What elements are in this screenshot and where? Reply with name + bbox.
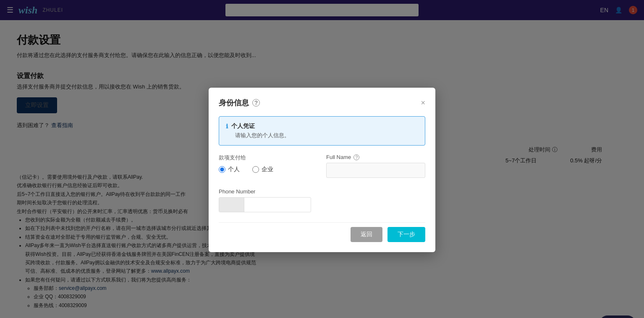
radio-individual-label: 个人 xyxy=(228,166,240,173)
radio-company-label: 企业 xyxy=(262,166,273,173)
radio-individual-input[interactable] xyxy=(219,166,225,173)
modal-header: 身份信息 ? × xyxy=(219,98,425,108)
info-banner-text: 请输入您的个人信息。 xyxy=(235,132,418,139)
identity-modal: 身份信息 ? × ℹ 个人凭证 请输入您的个人信息。 款项支付给 个人 xyxy=(209,88,435,252)
modal-overlay: 身份信息 ? × ℹ 个人凭证 请输入您的个人信息。 款项支付给 个人 xyxy=(0,0,644,318)
modal-close-button[interactable]: × xyxy=(421,99,425,107)
back-button[interactable]: 返回 xyxy=(351,227,382,242)
phone-input[interactable] xyxy=(244,202,311,208)
next-button[interactable]: 下一步 xyxy=(387,227,425,242)
phone-section: Phone Number xyxy=(219,188,425,212)
payment-to-label: 款项支付给 xyxy=(219,154,318,162)
phone-prefix xyxy=(219,198,244,212)
radio-individual[interactable]: 个人 xyxy=(219,166,240,173)
phone-label: Phone Number xyxy=(219,188,425,195)
info-banner: ℹ 个人凭证 请输入您的个人信息。 xyxy=(219,116,425,146)
info-icon: ℹ xyxy=(226,123,228,130)
full-name-help-icon[interactable]: ? xyxy=(353,154,359,160)
full-name-input[interactable] xyxy=(326,163,425,178)
modal-help-icon[interactable]: ? xyxy=(252,99,260,107)
radio-company-input[interactable] xyxy=(252,166,259,173)
modal-footer: 返回 下一步 xyxy=(219,222,425,242)
radio-group: 个人 企业 xyxy=(219,166,318,173)
radio-company[interactable]: 企业 xyxy=(252,166,273,173)
full-name-label: Full Name ? xyxy=(326,154,425,160)
modal-title-row: 身份信息 ? xyxy=(219,98,260,108)
modal-title: 身份信息 xyxy=(219,98,249,108)
phone-input-wrapper xyxy=(219,197,311,212)
info-banner-title: ℹ 个人凭证 xyxy=(226,123,418,130)
